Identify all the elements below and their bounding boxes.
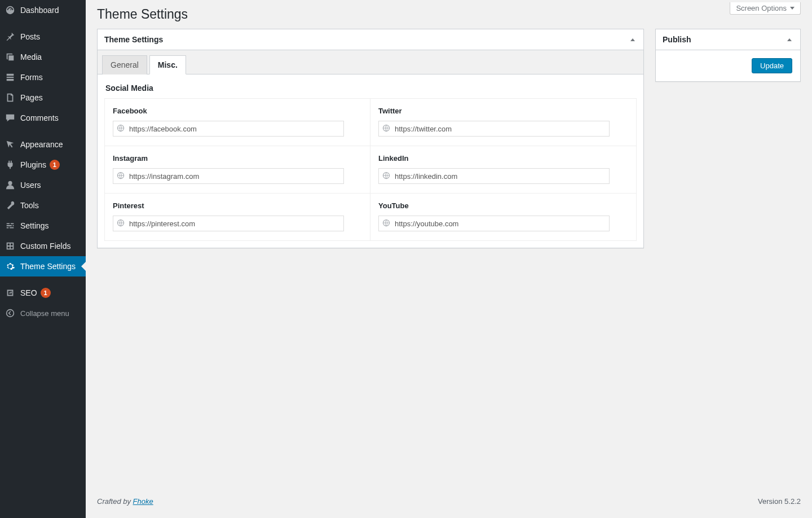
postbox-body: Social Media Facebook	[98, 74, 643, 248]
postbox-header: Publish	[656, 29, 800, 50]
admin-footer: Crafted by Fhoke Version 5.2.2	[86, 487, 812, 518]
footer-credit-link[interactable]: Fhoke	[133, 497, 153, 506]
globe-icon	[117, 219, 126, 228]
appearance-icon	[5, 139, 16, 150]
sidebar-item-label: Appearance	[20, 140, 63, 149]
globe-icon	[382, 172, 391, 181]
update-badge: 1	[41, 288, 51, 298]
comments-icon	[5, 112, 16, 124]
section-heading: Social Media	[105, 84, 637, 93]
footer-credit: Crafted by Fhoke	[97, 497, 153, 506]
sidebar-item-custom-fields[interactable]: Custom Fields	[0, 236, 86, 256]
dashboard-icon	[5, 5, 16, 16]
twitter-input[interactable]	[395, 125, 607, 133]
field-facebook: Facebook	[105, 99, 370, 146]
sidebar-item-users[interactable]: Users	[0, 175, 86, 195]
settings-tabs: General Misc.	[98, 50, 643, 74]
pin-icon	[5, 31, 16, 42]
field-label: Pinterest	[113, 201, 362, 210]
field-label: Facebook	[113, 107, 362, 115]
tab-general[interactable]: General	[102, 55, 147, 74]
footer-credit-prefix: Crafted by	[97, 497, 133, 506]
collapse-icon	[5, 308, 16, 319]
sidebar-item-label: Forms	[20, 73, 43, 82]
field-label: YouTube	[378, 201, 628, 210]
field-label: LinkedIn	[378, 154, 628, 163]
sidebar-item-settings[interactable]: Settings	[0, 216, 86, 236]
facebook-input[interactable]	[129, 125, 341, 133]
url-input-wrap	[113, 216, 344, 231]
sidebar-item-media[interactable]: Media	[0, 47, 86, 67]
globe-icon	[382, 124, 391, 133]
social-media-grid: Facebook Twitter	[104, 98, 637, 241]
plugins-icon	[5, 159, 16, 170]
sidebar-item-seo[interactable]: SEO 1	[0, 283, 86, 303]
menu-separator	[0, 128, 86, 131]
field-twitter: Twitter	[370, 99, 636, 146]
youtube-input[interactable]	[395, 220, 607, 228]
pinterest-input[interactable]	[129, 220, 341, 228]
url-input-wrap	[378, 168, 610, 184]
screen-options-button[interactable]: Screen Options	[730, 2, 801, 15]
theme-settings-postbox: Theme Settings General Misc. Social Medi…	[97, 29, 644, 248]
svg-point-0	[7, 310, 14, 317]
postbox-toggle-button[interactable]	[785, 36, 793, 43]
page-title: Theme Settings	[86, 0, 812, 29]
sidebar-item-posts[interactable]: Posts	[0, 27, 86, 47]
sidebar-item-label: Plugins	[20, 160, 46, 169]
update-button[interactable]: Update	[752, 58, 792, 73]
field-label: Twitter	[378, 107, 628, 115]
sidebar-item-label: Media	[20, 52, 42, 62]
custom-fields-icon	[5, 240, 16, 252]
globe-icon	[117, 172, 126, 181]
settings-icon	[5, 220, 16, 231]
layout-columns: Theme Settings General Misc. Social Medi…	[86, 29, 812, 260]
media-icon	[5, 51, 16, 63]
sidebar-item-label: Comments	[20, 113, 59, 122]
url-input-wrap	[113, 121, 344, 137]
sidebar-item-label: Settings	[20, 221, 49, 230]
url-input-wrap	[113, 168, 344, 184]
postbox-toggle-button[interactable]	[629, 36, 637, 43]
admin-sidebar: Dashboard Posts Media Forms Pages Commen…	[0, 0, 86, 518]
screen-meta-links: Screen Options	[730, 2, 801, 15]
field-youtube: YouTube	[370, 194, 636, 240]
sidebar-item-comments[interactable]: Comments	[0, 108, 86, 128]
sidebar-item-tools[interactable]: Tools	[0, 195, 86, 216]
sidebar-item-theme-settings[interactable]: Theme Settings	[0, 256, 86, 276]
chevron-up-icon	[630, 38, 635, 41]
postbox-title: Publish	[663, 35, 691, 44]
users-icon	[5, 179, 16, 191]
publish-body: Update	[656, 50, 800, 81]
sidebar-item-label: Custom Fields	[20, 242, 70, 251]
instagram-input[interactable]	[129, 172, 341, 181]
field-pinterest: Pinterest	[105, 194, 370, 240]
linkedin-input[interactable]	[395, 172, 607, 181]
collapse-menu-label: Collapse menu	[20, 309, 69, 318]
sidebar-item-pages[interactable]: Pages	[0, 87, 86, 108]
url-input-wrap	[378, 216, 610, 231]
postbox-header: Theme Settings	[98, 29, 643, 50]
main-column: Theme Settings General Misc. Social Medi…	[97, 29, 644, 260]
field-instagram: Instagram	[105, 146, 370, 194]
sidebar-item-label: Theme Settings	[20, 262, 76, 271]
tab-misc[interactable]: Misc.	[149, 55, 186, 74]
collapse-menu-button[interactable]: Collapse menu	[0, 303, 86, 323]
menu-separator	[0, 276, 86, 279]
chevron-down-icon	[790, 7, 795, 10]
postbox-title: Theme Settings	[104, 35, 163, 44]
sidebar-item-plugins[interactable]: Plugins 1	[0, 155, 86, 175]
sidebar-item-dashboard[interactable]: Dashboard	[0, 0, 86, 20]
tab-label: Misc.	[158, 60, 178, 69]
sidebar-item-label: Posts	[20, 32, 40, 41]
forms-icon	[5, 72, 16, 83]
pages-icon	[5, 92, 16, 103]
sidebar-item-label: Pages	[20, 93, 43, 102]
seo-icon	[5, 287, 16, 298]
sidebar-item-label: Tools	[20, 201, 39, 210]
sidebar-item-appearance[interactable]: Appearance	[0, 134, 86, 155]
screen-options-label: Screen Options	[736, 4, 787, 12]
footer-version: Version 5.2.2	[758, 497, 801, 506]
gear-icon	[5, 261, 16, 272]
sidebar-item-forms[interactable]: Forms	[0, 67, 86, 87]
